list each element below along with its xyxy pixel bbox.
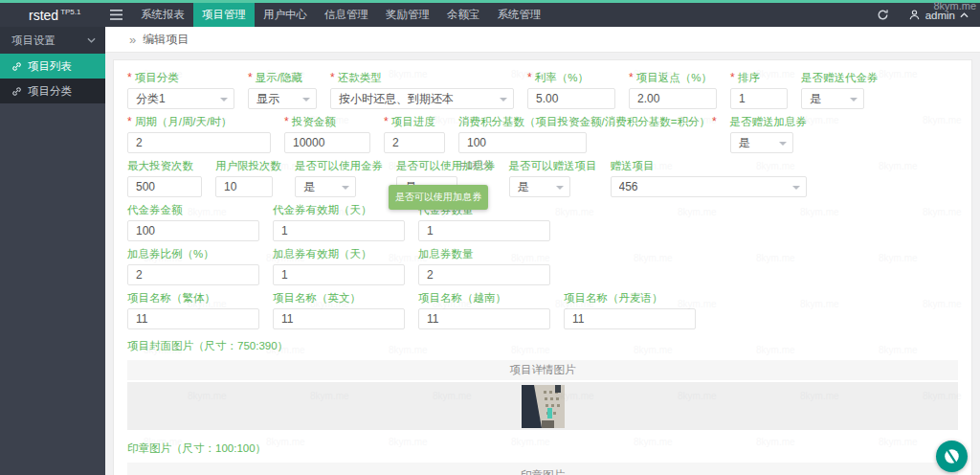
field-label-text: 项目名称（繁体）: [127, 292, 215, 305]
text-input[interactable]: [564, 308, 696, 329]
uploaded-image-thumbnail[interactable]: [522, 385, 565, 428]
field-label: 加息券有效期（天）: [273, 248, 405, 260]
select-value: 是: [810, 91, 821, 107]
form-row: 代金券金额代金券有效期（天）代金券数量: [127, 204, 958, 241]
upload-dropzone[interactable]: 项目详情图片: [127, 360, 958, 380]
form-field: 消费积分基数（项目投资金额/消费积分基数=积分）*=1积分: [458, 116, 717, 153]
text-input[interactable]: [418, 264, 550, 285]
page: rstedTP5.1 系统报表项目管理用户中心信息管理奖励管理余额宝系统管理 a…: [0, 0, 980, 475]
sidebar-toggle-button[interactable]: [100, 3, 132, 27]
select-input[interactable]: 456: [611, 176, 807, 197]
upload-label: 项目封面图片（尺寸：750:390）: [127, 339, 958, 353]
text-input[interactable]: [127, 308, 259, 329]
select-input[interactable]: 是: [295, 176, 356, 197]
field-label: 消费积分基数（项目投资金额/消费积分基数=积分）*: [458, 116, 717, 128]
nav-item[interactable]: 奖励管理: [377, 3, 438, 27]
required-asterisk: *: [629, 72, 634, 84]
field-label: 用户限投次数: [215, 160, 281, 172]
bell-slash-icon: [942, 446, 962, 466]
form-field: 是否可以使用金券是: [295, 160, 383, 197]
main-nav: 系统报表项目管理用户中心信息管理奖励管理余额宝系统管理: [132, 3, 550, 27]
form-field: *显示/隐藏显示: [248, 72, 317, 109]
text-input[interactable]: [384, 132, 445, 153]
select-input[interactable]: 按小时还息、到期还本: [330, 88, 514, 109]
form-field: *项目返点（%）: [629, 72, 717, 109]
app-logo: rstedTP5.1: [0, 8, 100, 23]
text-input[interactable]: [127, 176, 202, 197]
text-input[interactable]: [418, 220, 550, 241]
field-label-text: 是否可以赠送项目: [509, 160, 597, 172]
text-input[interactable]: [458, 132, 587, 153]
sidebar-item[interactable]: 项目分类: [0, 79, 105, 103]
form-field: 项目名称（英文）: [273, 292, 405, 329]
text-input[interactable]: [127, 132, 271, 153]
form-field: 代金券有效期（天）: [273, 204, 405, 241]
sidebar-item[interactable]: 项目列表: [0, 54, 105, 79]
select-input[interactable]: 是: [509, 176, 570, 197]
field-label-text: 是否可以使用金券: [295, 160, 383, 172]
text-input[interactable]: [273, 308, 405, 329]
chevron-down-icon: [87, 37, 96, 43]
text-input[interactable]: [527, 88, 615, 109]
select-input[interactable]: 分类1: [127, 88, 234, 109]
select-input[interactable]: 是: [730, 132, 793, 153]
field-label: 项目名称（丹麦语）: [564, 292, 696, 305]
refresh-button[interactable]: [877, 9, 889, 21]
required-asterisk: *: [248, 72, 253, 84]
text-input[interactable]: [730, 88, 788, 109]
form-field: 是否赠送代金券是: [801, 72, 879, 109]
nav-item[interactable]: 用户中心: [255, 3, 316, 27]
field-label: 是否赠送代金券: [801, 72, 879, 84]
text-input[interactable]: [127, 264, 259, 285]
field-label: 最大投资次数: [127, 160, 202, 172]
logo-text: rsted: [29, 8, 58, 23]
field-label-text: 项目返点（%）: [636, 72, 712, 84]
field-label: *还款类型: [330, 72, 514, 84]
form-field: 加息券数量: [418, 248, 550, 285]
required-asterisk: *: [527, 72, 532, 84]
chevron-down-icon: [779, 142, 787, 146]
field-label-text: 消费积分基数（项目投资金额/消费积分基数=积分）: [458, 116, 710, 128]
field-label-text: 是否赠送加息券: [730, 116, 808, 128]
edit-project-panel: *项目分类分类1*显示/隐藏显示*还款类型按小时还息、到期还本*利率（%）*项目…: [113, 59, 972, 475]
nav-item[interactable]: 系统管理: [489, 3, 550, 27]
chevron-down-icon: [220, 98, 228, 102]
text-input[interactable]: [284, 132, 370, 153]
form-row: 项目名称（繁体）项目名称（英文）项目名称（越南）项目名称（丹麦语）: [127, 292, 958, 329]
form-field: 用户限投次数: [215, 160, 281, 197]
required-asterisk: *: [330, 72, 335, 84]
nav-item[interactable]: 项目管理: [193, 3, 255, 27]
sidebar-items: 项目列表项目分类: [0, 54, 105, 103]
text-input[interactable]: [629, 88, 717, 109]
text-input[interactable]: [273, 220, 405, 241]
form-field: *项目进度: [384, 116, 445, 153]
form-field: 是否可以使用加息券是是否可以使用加息券: [396, 160, 496, 197]
form-field: 代金券金额: [127, 204, 259, 241]
field-label-text: 项目名称（丹麦语）: [564, 292, 663, 305]
nav-item[interactable]: 信息管理: [316, 3, 377, 27]
form-row: 最大投资次数用户限投次数是否可以使用金券是是否可以使用加息券是是否可以使用加息券…: [127, 160, 958, 197]
person-icon: [908, 9, 921, 21]
form-field: 最大投资次数: [127, 160, 202, 197]
upload-dropzone[interactable]: 印章图片: [127, 463, 958, 475]
refresh-icon: [877, 9, 889, 21]
upload-label: 印章图片（尺寸：100:100）: [127, 441, 958, 456]
content-area: *项目分类分类1*显示/隐藏显示*还款类型按小时还息、到期还本*利率（%）*项目…: [105, 53, 980, 475]
select-input[interactable]: 是: [801, 88, 864, 109]
nav-item[interactable]: 系统报表: [132, 3, 193, 27]
field-label: 项目名称（繁体）: [127, 292, 259, 305]
sidebar-group-header[interactable]: 项目设置: [0, 27, 105, 54]
text-input[interactable]: [273, 264, 405, 285]
text-input[interactable]: [418, 308, 550, 329]
form-field: 加息券比例（%）: [127, 248, 259, 285]
select-input[interactable]: 显示: [248, 88, 317, 109]
sidebar-item-label: 项目分类: [28, 84, 72, 99]
chevron-down-icon: [850, 98, 858, 102]
field-label-text: 加息券比例（%）: [127, 248, 214, 260]
nav-item[interactable]: 余额宝: [438, 3, 489, 27]
floating-action-button[interactable]: [936, 441, 968, 472]
form-field: 是否可以赠送项目是: [509, 160, 597, 197]
link-icon: [11, 86, 22, 97]
text-input[interactable]: [127, 220, 259, 241]
text-input[interactable]: [215, 176, 273, 197]
